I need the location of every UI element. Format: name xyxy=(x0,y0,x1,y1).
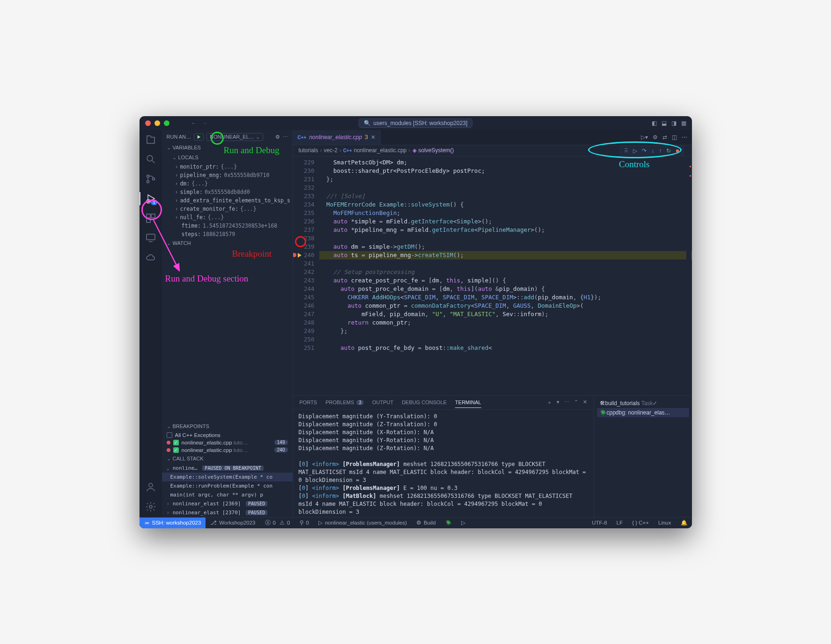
code-editor[interactable]: 2292302312322332342352362372382392402412… xyxy=(293,156,692,395)
more-icon[interactable]: ⋯ xyxy=(564,399,569,406)
tab-terminal[interactable]: TERMINAL xyxy=(455,400,481,408)
paused-on-breakpoint-tag: PAUSED ON BREAKPOINT xyxy=(202,466,263,471)
gear-icon[interactable]: ⚙ xyxy=(653,134,658,141)
editor-tab[interactable]: C++ nonlinear_elastic.cpp 3 ✕ xyxy=(293,130,381,145)
remote-indicator[interactable]: ⫘ SSH: workshop2023 xyxy=(140,518,206,528)
variable-item[interactable]: › pipeline_mng: 0x555558db9710 xyxy=(169,171,293,179)
variable-item[interactable]: › simple: 0x555558db8dd0 xyxy=(169,188,293,196)
stack-thread[interactable]: › nonlinear_elast [2369] PAUSED xyxy=(162,499,293,508)
nav-back-icon[interactable]: ← xyxy=(188,120,199,126)
more-icon[interactable]: ⋯ xyxy=(682,134,687,141)
breakpoints-section[interactable]: ⌄BREAKPOINTS xyxy=(162,422,293,431)
variable-item[interactable]: › add_extra_finite_elements_to_ksp_s xyxy=(169,196,293,205)
explorer-icon[interactable] xyxy=(145,134,156,145)
bp-all-exceptions[interactable]: All C++ Exceptions xyxy=(162,431,293,439)
terminal-output[interactable]: Displacement magnitude (Y-Translation): … xyxy=(293,410,594,517)
variable-item[interactable]: › create_monitor_fe: {...} xyxy=(169,205,293,213)
breakpoint-item[interactable]: ✓nonlinear_elastic.cpp tuto…149 xyxy=(162,439,293,446)
debug-play-icon[interactable]: 🪲 xyxy=(441,519,456,526)
close-panel-icon[interactable]: ✕ xyxy=(583,399,587,406)
os[interactable]: Linux xyxy=(654,519,676,526)
debug-config-dropdown[interactable]: nonlinear_el… ⌄ xyxy=(206,133,263,141)
variables-section[interactable]: ⌄VARIABLES xyxy=(162,143,293,153)
cloud-icon[interactable] xyxy=(145,252,156,263)
svg-point-3 xyxy=(152,178,154,180)
errors-warnings[interactable]: ⓧ 0 ⚠ 0 xyxy=(260,519,295,526)
scm-icon[interactable] xyxy=(145,173,156,185)
search-icon[interactable] xyxy=(145,154,156,165)
checkbox-checked[interactable]: ✓ xyxy=(173,440,179,445)
breakpoint-item[interactable]: ✓nonlinear_elastic.cpp tuto…240 xyxy=(162,446,293,454)
more-icon[interactable]: ⋯ xyxy=(283,134,288,140)
layout-primary-icon[interactable]: ◧ xyxy=(652,120,657,126)
maximize-panel-icon[interactable]: ⌃ xyxy=(574,399,578,406)
restart-icon[interactable]: ↻ xyxy=(666,148,671,154)
gear-icon[interactable]: ⚙ xyxy=(275,134,280,140)
git-branch[interactable]: ⎇Workshop2023 xyxy=(206,519,260,526)
variable-item[interactable]: › monitor_ptr: {...} xyxy=(169,163,293,171)
breakpoint-dot-icon xyxy=(167,441,170,444)
language-mode[interactable]: { } C++ xyxy=(627,519,654,526)
variable-item[interactable]: › null_fe: {...} xyxy=(169,213,293,222)
variable-item[interactable]: › dm: {...} xyxy=(169,179,293,188)
checkbox-unchecked[interactable] xyxy=(167,432,172,438)
encoding[interactable]: UTF-8 xyxy=(587,519,612,526)
launch-target[interactable]: ▷ nonlinear_elastic (users_modules) xyxy=(314,519,412,526)
layout-secondary-icon[interactable]: ◨ xyxy=(671,120,677,126)
callstack-section[interactable]: ⌄CALL STACK xyxy=(162,454,293,464)
variable-item[interactable]: ftime: 1.5451872435230853e+168 xyxy=(169,222,293,230)
stack-frame[interactable]: Example::solveSystem(Example * co xyxy=(162,473,293,481)
step-over-icon[interactable]: ↷ xyxy=(642,148,647,154)
drag-handle-icon[interactable]: ⠿ xyxy=(624,148,628,154)
notifications-icon[interactable]: 🔔 xyxy=(676,519,692,526)
command-center[interactable]: 🔍 users_modules [SSH: workshop2023] xyxy=(359,118,473,128)
locals-section[interactable]: ⌄Locals xyxy=(162,153,293,163)
tab-debug-console[interactable]: DEBUG CONSOLE xyxy=(402,400,447,405)
checkbox-checked[interactable]: ✓ xyxy=(173,447,179,453)
radio-status[interactable]: ⚲ 0 xyxy=(295,519,314,526)
account-icon[interactable] xyxy=(145,481,156,493)
settings-icon[interactable] xyxy=(145,501,156,512)
layout-panel-icon[interactable]: ⬓ xyxy=(662,120,667,126)
stack-thread[interactable]: › nonlinear_elast [2370] PAUSED xyxy=(162,508,293,517)
split-terminal-icon[interactable]: ▾ xyxy=(557,399,559,406)
extensions-icon[interactable] xyxy=(145,213,156,224)
continue-icon[interactable]: ▷ xyxy=(633,148,637,154)
start-debug-button[interactable] xyxy=(194,133,204,141)
minimize-window-button[interactable] xyxy=(154,120,160,126)
terminal-task[interactable]: 🪲cppdbg: nonlinear_elas… xyxy=(597,408,689,417)
terminal-task[interactable]: 🛠build_tutorials Task✓ xyxy=(597,399,689,408)
minimap[interactable] xyxy=(686,156,691,395)
step-into-icon[interactable]: ↓ xyxy=(651,148,654,154)
tab-problems[interactable]: PROBLEMS3 xyxy=(325,400,364,405)
nav-fwd-icon[interactable]: → xyxy=(199,120,211,126)
svg-rect-7 xyxy=(147,219,150,222)
step-out-icon[interactable]: ↑ xyxy=(659,148,662,154)
run-play-icon[interactable]: ▷ xyxy=(456,519,470,526)
compare-icon[interactable]: ⇄ xyxy=(662,134,667,141)
stack-frame[interactable]: main(int argc, char ** argv) p xyxy=(162,490,293,499)
layout-customize-icon[interactable]: ▦ xyxy=(681,120,686,126)
close-window-button[interactable] xyxy=(145,120,151,126)
split-icon[interactable]: ◫ xyxy=(672,134,677,141)
stop-icon[interactable]: ■ xyxy=(676,148,679,154)
remote-explorer-icon[interactable] xyxy=(145,232,156,244)
eol[interactable]: LF xyxy=(612,519,627,526)
line-gutter[interactable]: 2292302312322332342352362372382392402412… xyxy=(293,156,319,395)
breadcrumb[interactable]: tutorials› vec-2› C++ nonlinear_elastic.… xyxy=(293,145,692,156)
callstack-thread[interactable]: ⌄ nonline… PAUSED ON BREAKPOINT xyxy=(162,464,293,473)
run-play-icon[interactable]: ▷▾ xyxy=(641,134,648,141)
debug-toolbar[interactable]: ⠿ ▷ ↷ ↓ ↑ ↻ ■ xyxy=(620,145,683,157)
tab-output[interactable]: OUTPUT xyxy=(372,400,393,405)
close-tab-icon[interactable]: ✕ xyxy=(371,134,375,141)
maximize-window-button[interactable] xyxy=(164,120,169,126)
run-debug-icon[interactable]: 1 xyxy=(145,193,156,204)
variable-item[interactable]: steps: 1886218579 xyxy=(169,230,293,238)
new-terminal-icon[interactable]: ＋ xyxy=(547,399,552,406)
stack-frame[interactable]: Example::runProblem(Example * con xyxy=(162,481,293,490)
build-button[interactable]: ⚙ Build xyxy=(412,519,441,526)
code-content[interactable]: SmartPetscObj<DM> dm; boost::shared_ptr<… xyxy=(319,156,692,395)
tab-ports[interactable]: PORTS xyxy=(300,400,317,405)
watch-section[interactable]: ⌄WATCH xyxy=(162,238,293,248)
tab-dirty-count: 3 xyxy=(365,134,368,141)
